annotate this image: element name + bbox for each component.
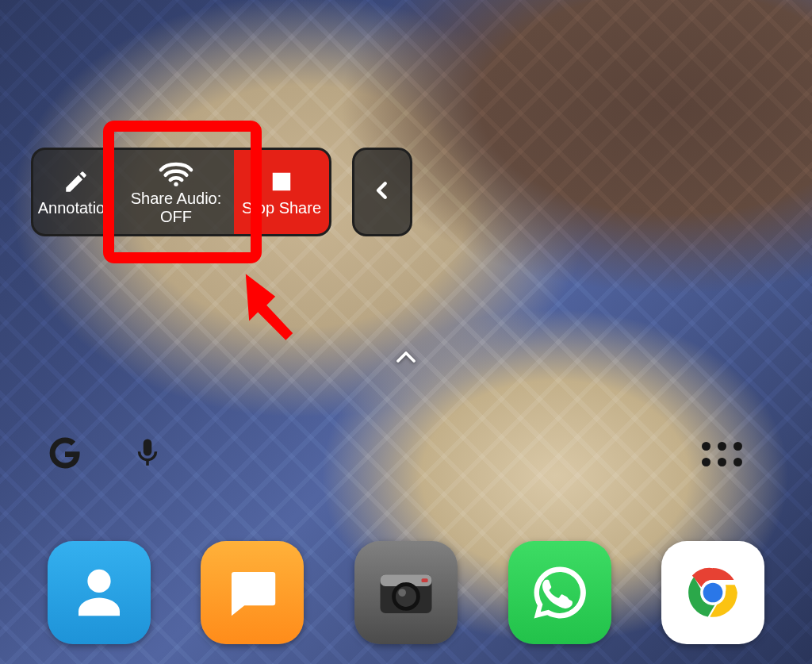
stop-icon [270, 167, 293, 196]
stop-share-label: Stop Share [242, 199, 321, 217]
svg-point-7 [398, 589, 406, 597]
pencil-icon [63, 167, 90, 196]
svg-point-6 [396, 586, 416, 607]
whatsapp-app-icon[interactable] [508, 541, 611, 644]
svg-point-0 [174, 182, 178, 186]
svg-point-11 [703, 583, 723, 603]
share-audio-label: Share Audio: OFF [131, 190, 222, 226]
chrome-app-icon[interactable] [661, 541, 764, 644]
all-apps-hint[interactable] [394, 349, 418, 368]
svg-rect-8 [421, 578, 427, 582]
messages-app-icon[interactable] [201, 541, 304, 644]
google-g-icon [46, 434, 84, 475]
dock [0, 539, 812, 647]
wifi-icon [158, 158, 194, 186]
voice-search-button[interactable] [124, 432, 170, 478]
camera-app-icon[interactable] [354, 541, 458, 644]
google-search-button[interactable] [42, 432, 88, 478]
annotation-label: Annotation [38, 199, 114, 217]
share-toolbar: Annotation Share Audio: OFF Stop Share [31, 148, 412, 236]
annotation-button[interactable]: Annotation [31, 148, 118, 236]
contacts-app-icon[interactable] [48, 541, 151, 644]
microphone-icon [131, 434, 164, 475]
apps-grid-button[interactable] [701, 433, 742, 474]
svg-rect-1 [273, 172, 291, 190]
chevron-left-icon [370, 175, 394, 210]
collapse-toolbar-button[interactable] [352, 148, 412, 236]
stop-share-button[interactable]: Stop Share [234, 148, 331, 236]
search-row [42, 427, 796, 482]
share-audio-button[interactable]: Share Audio: OFF [118, 148, 234, 236]
